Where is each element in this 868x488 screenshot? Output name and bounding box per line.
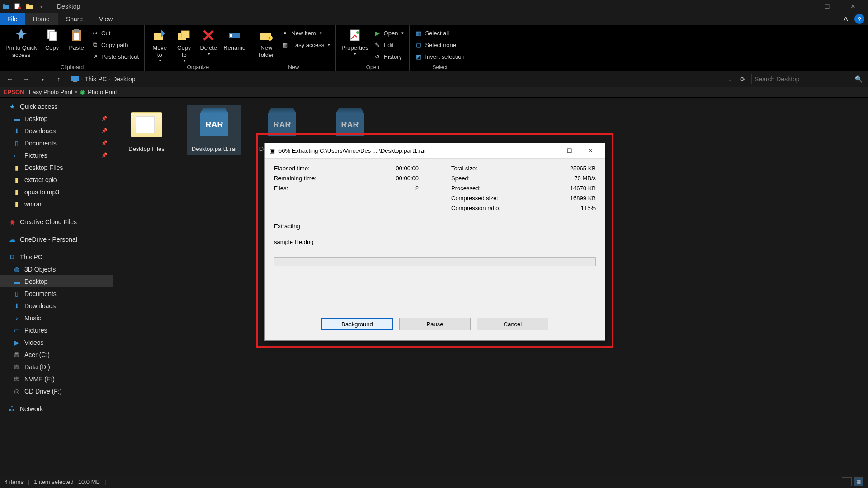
nav-item[interactable]: ◍3D Objects [0,263,113,275]
edit-button[interactable]: ✎Edit [371,39,407,51]
dropdown-icon[interactable]: ▾ [75,89,77,94]
svg-rect-10 [74,33,79,40]
recent-locations-button[interactable]: ▾ [36,77,49,82]
rename-button[interactable]: Rename [221,26,248,52]
label: Files: [274,185,288,195]
svg-rect-4 [26,5,33,9]
nav-item[interactable]: ⬇Downloads📌 [0,125,113,137]
value: 16899 KB [570,195,596,205]
chevron-right-icon[interactable]: › [81,76,83,82]
nav-item[interactable]: ▭Pictures [0,324,113,336]
nav-item[interactable]: ▯Documents📌 [0,137,113,149]
select-all-button[interactable]: ▦Select all [412,27,467,39]
invert-selection-button[interactable]: ◩Invert selection [412,51,467,62]
search-box[interactable]: 🔍 [751,74,864,84]
minimize-button[interactable]: — [788,3,814,10]
folder-icon: ▮ [13,176,21,184]
forward-button[interactable]: → [20,75,33,83]
history-button[interactable]: ↺History [371,51,407,62]
photo-print-icon: ◉ [80,89,85,95]
nav-item[interactable]: ♪Music [0,312,113,324]
pc-icon: 🖥 [8,253,16,261]
file-item-rar[interactable]: RAR Desktop.part1.rar [187,105,241,155]
dialog-minimize-button[interactable]: — [539,147,559,154]
nav-network[interactable]: 🖧Network [0,403,113,415]
back-button[interactable]: ← [4,75,16,83]
refresh-button[interactable]: ⟳ [738,75,748,83]
file-name: Desktop FIles [128,145,164,152]
photo-print-button[interactable]: Photo Print [88,89,117,95]
new-folder-button[interactable]: New folder [254,26,278,58]
downloads-icon: ⬇ [13,127,21,135]
easy-access-button[interactable]: ▦Easy access▾ [278,39,333,51]
crumb-desktop[interactable]: Desktop [112,75,135,83]
view-tab[interactable]: View [91,13,121,25]
view-icons-button[interactable]: ▦ [854,477,863,486]
qat-item-icon[interactable] [14,2,22,10]
paste-button[interactable]: Paste [64,26,89,52]
nav-item[interactable]: ▬Desktop📌 [0,113,113,125]
chevron-right-icon[interactable]: › [108,76,110,82]
nav-item[interactable]: ▯Documents [0,287,113,300]
home-tab[interactable]: Home [25,13,58,25]
search-icon[interactable]: 🔍 [855,75,861,83]
copy-button[interactable]: Copy [40,26,64,52]
address-dropdown-button[interactable]: ⌄ [728,76,732,82]
nav-item[interactable]: ◎CD Drive (F:) [0,385,113,397]
properties-button[interactable]: Properties▾ [339,26,371,56]
nav-creative-cloud[interactable]: ◉Creative Cloud Files [0,216,113,228]
nav-this-pc[interactable]: 🖥This PC [0,251,113,263]
up-button[interactable]: ↑ [52,75,65,83]
nav-item[interactable]: ⛃Data (D:) [0,361,113,373]
dialog-titlebar[interactable]: ▣ 56% Extracting C:\Users\Vince\Des ... … [265,143,605,159]
share-tab[interactable]: Share [58,13,91,25]
maximize-button[interactable]: ☐ [814,3,840,10]
window-controls: — ☐ ✕ [788,3,866,10]
copy-path-button[interactable]: ⧉Copy path [89,39,142,51]
crumb-thispc[interactable]: This PC [85,75,107,83]
cut-button[interactable]: ✂Cut [89,27,142,39]
nav-item[interactable]: ▭Pictures📌 [0,149,113,161]
nav-item[interactable]: ▮Desktop FIles [0,161,113,174]
ribbon-collapse-icon[interactable]: ᐱ [839,13,853,25]
close-button[interactable]: ✕ [840,3,866,10]
help-icon[interactable]: ? [854,14,864,24]
qat-folder-icon[interactable] [25,2,33,10]
nav-item[interactable]: ⛃NVME (E:) [0,373,113,385]
drive-icon: ⛃ [13,351,21,359]
nav-onedrive[interactable]: ☁OneDrive - Personal [0,233,113,245]
nav-quick-access[interactable]: ★Quick access [0,100,113,113]
easy-photo-print-button[interactable]: Easy Photo Print [29,89,73,95]
nav-item[interactable]: ⬇Downloads [0,300,113,312]
dialog-maximize-button[interactable]: ☐ [560,147,580,154]
open-button[interactable]: ▶Open▾ [371,27,407,39]
delete-button[interactable]: Delete▾ [196,26,221,56]
pause-button[interactable]: Pause [399,318,471,330]
copy-to-button[interactable]: Copy to▾ [172,26,196,63]
pin-quick-access-button[interactable]: Pin to Quick access [3,26,40,58]
qat-dropdown-icon[interactable]: ▾ [37,2,45,10]
ribbon: Pin to Quick access Copy Paste ✂Cut ⧉Cop… [0,25,868,71]
cancel-button[interactable]: Cancel [477,318,548,330]
move-to-button[interactable]: Move to▾ [147,26,172,63]
nav-item[interactable]: ▶Videos [0,336,113,348]
paste-shortcut-icon: ↗ [91,53,99,60]
search-input[interactable] [755,75,855,83]
nav-item[interactable]: ⛃Acer (C:) [0,348,113,361]
nav-item[interactable]: ▮extract cpio [0,174,113,186]
nav-item[interactable]: ▮opus to mp3 [0,186,113,198]
breadcrumb[interactable]: › This PC › Desktop ⌄ [69,74,734,84]
select-none-button[interactable]: ▢Select none [412,39,467,51]
paste-shortcut-button[interactable]: ↗Paste shortcut [89,51,142,62]
label: Total size: [451,165,477,175]
file-item-folder[interactable]: Desktop FIles [119,105,174,155]
background-button[interactable]: Background [321,318,393,330]
new-item-button[interactable]: ✦New item▾ [278,27,333,39]
pin-icon: 📌 [101,152,108,158]
file-tab[interactable]: File [0,13,25,25]
nav-item[interactable]: ▮winrar [0,198,113,210]
view-details-button[interactable]: ≡ [842,477,852,486]
dialog-close-button[interactable]: ✕ [580,147,600,154]
nav-item-desktop[interactable]: ▬Desktop [0,275,113,287]
ribbon-group-select: ▦Select all ▢Select none ◩Invert selecti… [410,25,470,71]
